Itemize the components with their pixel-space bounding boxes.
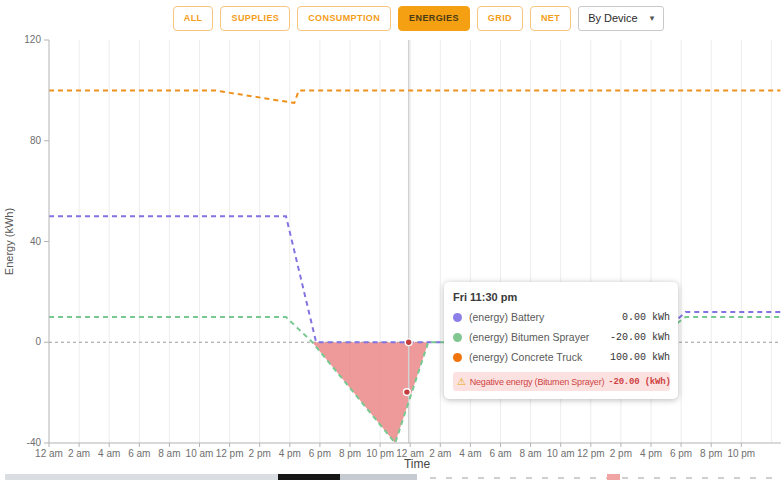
svg-text:2 am: 2 am: [429, 448, 451, 459]
chart-tooltip: Fri 11:30 pm (energy) Battery 0.00 kWh (…: [444, 282, 678, 399]
tooltip-row-concrete-truck: (energy) Concrete Truck 100.00 kWh: [453, 351, 670, 363]
svg-text:6 am: 6 am: [489, 448, 511, 459]
tooltip-label: (energy) Battery: [469, 311, 544, 323]
warning-text: Negative energy (Bitumen Sprayer): [470, 377, 604, 387]
energy-dashboard: ALL SUPPLIES CONSUMPTION ENERGIES GRID N…: [0, 0, 781, 480]
tooltip-row-battery: (energy) Battery 0.00 kWh: [453, 311, 670, 323]
svg-text:40: 40: [30, 236, 42, 247]
y-axis-title: Energy (kWh): [3, 208, 15, 275]
svg-text:8 pm: 8 pm: [339, 448, 361, 459]
svg-text:6 pm: 6 pm: [309, 448, 331, 459]
svg-text:6 pm: 6 pm: [670, 448, 692, 459]
svg-text:12 pm: 12 pm: [577, 448, 605, 459]
chart-toolbar: ALL SUPPLIES CONSUMPTION ENERGIES GRID N…: [0, 6, 781, 31]
hover-dot: [405, 339, 412, 346]
chevron-down-icon: ▾: [650, 13, 655, 24]
filter-button-grid[interactable]: GRID: [477, 6, 523, 31]
svg-text:8 am: 8 am: [158, 448, 180, 459]
x-axis-title: Time: [404, 457, 431, 471]
battery-series-dot-icon: [453, 313, 462, 322]
svg-text:4 pm: 4 pm: [640, 448, 662, 459]
tooltip-label: (energy) Concrete Truck: [469, 351, 582, 363]
tooltip-value: 100.00 kWh: [610, 352, 670, 363]
series-line-energy-concrete-truck: [49, 90, 780, 103]
filter-button-supplies[interactable]: SUPPLIES: [220, 6, 290, 31]
device-selector-dropdown[interactable]: By Device ▾: [578, 6, 664, 31]
svg-text:10 pm: 10 pm: [727, 448, 755, 459]
hover-dot: [403, 389, 410, 396]
scrubber-tail: [340, 474, 417, 480]
svg-text:2 pm: 2 pm: [249, 448, 271, 459]
clipped-dashes: [430, 477, 778, 479]
svg-text:-40: -40: [27, 437, 42, 448]
svg-text:4 pm: 4 pm: [279, 448, 301, 459]
warning-icon: ⚠: [457, 376, 466, 387]
svg-text:10 am: 10 am: [547, 448, 575, 459]
svg-text:2 am: 2 am: [68, 448, 90, 459]
svg-text:2 pm: 2 pm: [610, 448, 632, 459]
svg-text:10 pm: 10 pm: [366, 448, 394, 459]
tooltip-label: (energy) Bitumen Sprayer: [469, 331, 589, 343]
tooltip-row-bitumen-sprayer: (energy) Bitumen Sprayer -20.00 kWh: [453, 331, 670, 343]
svg-text:6 am: 6 am: [128, 448, 150, 459]
concrete-truck-series-dot-icon: [453, 353, 462, 362]
tooltip-value: 0.00 kWh: [622, 312, 670, 323]
filter-button-consumption[interactable]: CONSUMPTION: [297, 6, 391, 31]
svg-text:12 am: 12 am: [35, 448, 63, 459]
svg-text:4 am: 4 am: [459, 448, 481, 459]
svg-text:8 pm: 8 pm: [700, 448, 722, 459]
bitumen-sprayer-series-dot-icon: [453, 333, 462, 342]
svg-text:0: 0: [35, 336, 41, 347]
warning-value: -20.00 (kWh): [608, 377, 670, 387]
scrubber-thumb[interactable]: [278, 474, 340, 480]
clipped-pink-marker: [607, 474, 620, 480]
svg-text:80: 80: [30, 135, 42, 146]
filter-button-all[interactable]: ALL: [173, 6, 214, 31]
negative-energy-warning: ⚠ Negative energy (Bitumen Sprayer) -20.…: [453, 372, 670, 391]
svg-text:8 am: 8 am: [519, 448, 541, 459]
energy-chart[interactable]: -400408012012 am2 am4 am6 am8 am10 am12 …: [0, 0, 781, 472]
svg-text:10 am: 10 am: [186, 448, 214, 459]
device-selector-value: By Device: [588, 12, 638, 25]
svg-text:4 am: 4 am: [98, 448, 120, 459]
filter-button-energies[interactable]: ENERGIES: [398, 6, 470, 31]
svg-text:120: 120: [24, 34, 41, 45]
tooltip-value: -20.00 kWh: [610, 332, 670, 343]
filter-button-net[interactable]: NET: [530, 6, 571, 31]
svg-text:12 pm: 12 pm: [216, 448, 244, 459]
tooltip-timestamp: Fri 11:30 pm: [453, 291, 670, 303]
